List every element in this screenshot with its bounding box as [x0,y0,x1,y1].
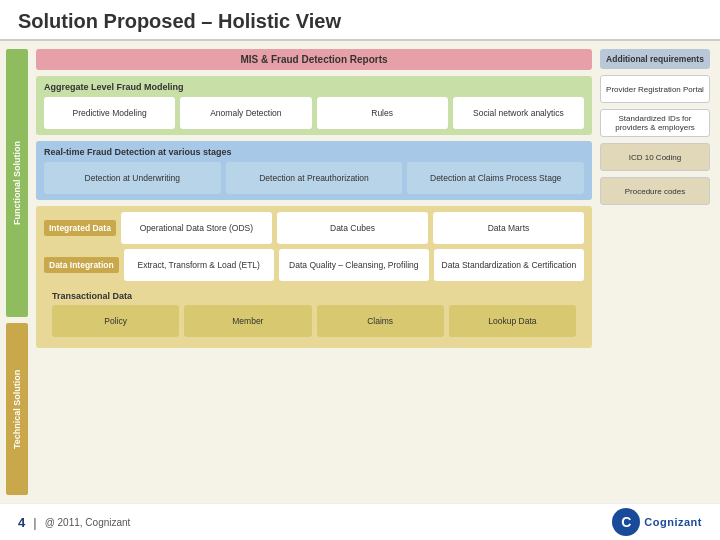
additional-requirements: Additional requirements [600,49,710,69]
card-member: Member [184,305,311,337]
transactional-section: Transactional Data Policy Member Claims … [44,286,584,342]
footer-separator: | [33,515,36,530]
standardized-ids-box: Standardized IDs for providers & employe… [600,109,710,137]
aggregate-cards-row: Predictive Modeling Anomaly Detection Ru… [44,97,584,129]
card-etl: Extract, Transform & Load (ETL) [124,249,274,281]
realtime-title: Real-time Fraud Detection at various sta… [44,147,584,157]
logo-c-letter: C [621,514,631,530]
mis-bar: MIS & Fraud Detection Reports [36,49,592,70]
data-integration-cards-row: Extract, Transform & Load (ETL) Data Qua… [124,249,584,281]
card-detection-claims: Detection at Claims Process Stage [407,162,584,194]
provider-registration-box: Provider Registration Portal [600,75,710,103]
logo-text: Cognizant [644,516,702,528]
integrated-label: Integrated Data [44,220,116,236]
data-integration-label: Data Integration [44,257,119,273]
transactional-title: Transactional Data [52,291,576,301]
icd-coding-box: ICD 10 Coding [600,143,710,171]
aggregate-title: Aggregate Level Fraud Modeling [44,82,584,92]
integrated-cards-row: Operational Data Store (ODS) Data Cubes … [121,212,584,244]
logo-circle: C [612,508,640,536]
card-data-marts: Data Marts [433,212,584,244]
footer-page-number: 4 [18,515,25,530]
transactional-cards-row: Policy Member Claims Lookup Data [52,305,576,337]
side-labels: Functional Solution Technical Solution [6,49,28,495]
card-anomaly-detection: Anomaly Detection [180,97,311,129]
right-panel: Additional requirements Provider Registr… [600,49,710,495]
card-data-standardization: Data Standardization & Certification [434,249,584,281]
card-detection-preauth: Detection at Preauthorization [226,162,403,194]
realtime-cards-row: Detection at Underwriting Detection at P… [44,162,584,194]
card-policy: Policy [52,305,179,337]
header: Solution Proposed – Holistic View [0,0,720,41]
footer-copyright: @ 2011, Cognizant [45,517,131,528]
functional-label: Functional Solution [6,49,28,317]
technical-label: Technical Solution [6,323,28,495]
card-social-network: Social network analytics [453,97,584,129]
center-area: MIS & Fraud Detection Reports Aggregate … [36,49,592,495]
card-data-cubes: Data Cubes [277,212,428,244]
technical-section: Integrated Data Operational Data Store (… [36,206,592,348]
procedure-codes-box: Procedure codes [600,177,710,205]
card-predictive-modeling: Predictive Modeling [44,97,175,129]
card-lookup-data: Lookup Data [449,305,576,337]
aggregate-section: Aggregate Level Fraud Modeling Predictiv… [36,76,592,135]
realtime-section: Real-time Fraud Detection at various sta… [36,141,592,200]
footer: 4 | @ 2011, Cognizant C Cognizant [0,503,720,540]
page-title: Solution Proposed – Holistic View [18,10,702,33]
card-data-quality: Data Quality – Cleansing, Profiling [279,249,429,281]
main-content: Functional Solution Technical Solution M… [0,41,720,503]
card-detection-underwriting: Detection at Underwriting [44,162,221,194]
card-claims: Claims [317,305,444,337]
page: Solution Proposed – Holistic View Functi… [0,0,720,540]
card-ods: Operational Data Store (ODS) [121,212,272,244]
card-rules: Rules [317,97,448,129]
cognizant-logo: C Cognizant [612,508,702,536]
integrated-row: Integrated Data Operational Data Store (… [44,212,584,244]
data-integration-row: Data Integration Extract, Transform & Lo… [44,249,584,281]
